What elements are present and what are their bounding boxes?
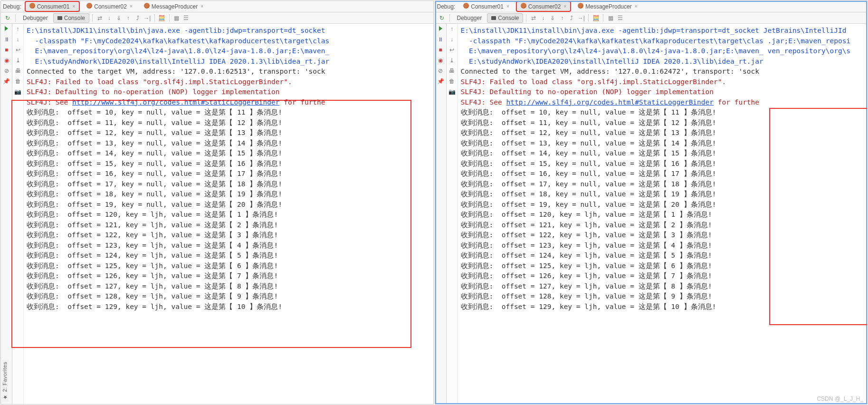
separator: [154, 14, 155, 22]
stop-icon[interactable]: ■: [5, 47, 8, 53]
separator: [588, 14, 589, 22]
soft-wrap-icon[interactable]: ↩: [16, 47, 20, 53]
close-icon[interactable]: ×: [72, 4, 75, 9]
pause-icon[interactable]: ⏸: [4, 36, 10, 43]
step-over-icon[interactable]: ⇄: [95, 15, 104, 21]
close-icon[interactable]: ×: [635, 4, 638, 9]
print-icon[interactable]: 🖶: [15, 68, 21, 74]
console-message-line: 收到消息: offset = 121, key = ljh, value = 这…: [461, 220, 865, 231]
console-toolbar: ↑ ↓ ↩ ⤓ 🖶 🗑 📷: [12, 24, 24, 404]
split-layout: Debug: Consumer01 × Consumer02 × Message…: [0, 0, 868, 405]
step-into-icon[interactable]: ↓: [539, 15, 547, 21]
view-breakpoints-icon[interactable]: ◉: [438, 57, 443, 64]
console-tab-button[interactable]: Console: [53, 13, 89, 23]
scroll-to-end-icon[interactable]: ⤓: [16, 57, 20, 64]
console-output[interactable]: E:\install\JDK11\install\bin\java.exe -a…: [458, 24, 868, 404]
camera-icon[interactable]: 📷: [448, 88, 456, 95]
pin-icon[interactable]: 📌: [437, 78, 444, 85]
soft-wrap-icon[interactable]: ↩: [449, 47, 454, 53]
separator: [92, 14, 93, 22]
mute-breakpoints-icon[interactable]: ⊘: [4, 68, 9, 74]
resume-icon[interactable]: [5, 26, 8, 32]
step-into-icon[interactable]: ↓: [105, 15, 114, 21]
pin-icon[interactable]: 📌: [3, 78, 10, 85]
debug-tab-consumer01[interactable]: Consumer01 ×: [25, 1, 80, 11]
debug-label: Debug:: [437, 3, 456, 10]
step-over-icon[interactable]: ⇄: [529, 15, 538, 21]
console-message-line: 收到消息: offset = 15, key = null, value = 这…: [461, 159, 865, 169]
force-step-into-icon[interactable]: ⇓: [114, 15, 123, 21]
rerun-button[interactable]: ↻: [437, 15, 447, 21]
run-to-cursor-icon[interactable]: →|: [143, 15, 152, 21]
debug-tab-messageproducer[interactable]: MessageProducer ×: [573, 1, 641, 11]
console-message-line: 收到消息: offset = 17, key = null, value = 这…: [27, 179, 430, 190]
debug-toolbar: ⏸ ■ ◉ ⊘ 📌: [1, 24, 12, 404]
console-icon: [491, 16, 496, 20]
debug-tabs-bar: Debug: Consumer01 × Consumer02 × Message…: [1, 1, 433, 12]
drop-frame-icon[interactable]: ⤴: [134, 15, 142, 21]
scroll-down-icon[interactable]: ↓: [17, 36, 19, 43]
stop-icon[interactable]: ■: [439, 47, 442, 53]
scroll-up-icon[interactable]: ↑: [17, 26, 19, 32]
step-out-icon[interactable]: ↑: [558, 15, 566, 21]
debug-pane-left: Debug: Consumer01 × Consumer02 × Message…: [0, 0, 434, 405]
debugger-tab-button[interactable]: Debugger: [453, 13, 486, 23]
separator: [449, 14, 450, 22]
console-message-line: 收到消息: offset = 125, key = ljh, value = 这…: [461, 261, 865, 271]
step-out-icon[interactable]: ↑: [124, 15, 133, 21]
resume-icon[interactable]: [439, 26, 442, 32]
console-message-line: 收到消息: offset = 128, key = ljh, value = 这…: [461, 291, 865, 302]
settings-icon[interactable]: ☰: [182, 15, 191, 21]
evaluate-expression-icon[interactable]: 🧮: [158, 15, 166, 21]
console-icon: [57, 16, 62, 20]
settings-icon[interactable]: ☰: [616, 15, 624, 21]
console-message-line: 收到消息: offset = 125, key = ljh, value = 这…: [27, 261, 430, 271]
debug-tab-consumer01[interactable]: Consumer01 ×: [459, 1, 514, 11]
scroll-to-end-icon[interactable]: ⤓: [449, 57, 454, 64]
close-icon[interactable]: ×: [130, 4, 133, 9]
mute-breakpoints-icon[interactable]: ⊘: [438, 68, 443, 74]
favorites-toolwindow-button[interactable]: ★ 2: Favorites: [0, 360, 9, 402]
drop-frame-icon[interactable]: ⤴: [567, 15, 576, 21]
console-tab-button[interactable]: Console: [487, 13, 523, 23]
console-message-line: 收到消息: offset = 129, key = ljh, value = 这…: [27, 302, 430, 312]
scroll-down-icon[interactable]: ↓: [450, 36, 453, 43]
print-icon[interactable]: 🖶: [449, 68, 455, 74]
console-message-line: 收到消息: offset = 11, key = null, value = 这…: [461, 118, 865, 128]
layout-icon[interactable]: ▦: [606, 15, 615, 21]
console-output[interactable]: E:\install\JDK11\install\bin\java.exe -a…: [24, 24, 433, 404]
view-breakpoints-icon[interactable]: ◉: [4, 57, 9, 64]
layout-icon[interactable]: ▦: [172, 15, 181, 21]
console-message-line: 收到消息: offset = 18, key = null, value = 这…: [461, 189, 865, 200]
camera-icon[interactable]: 📷: [14, 88, 21, 95]
console-message-line: 收到消息: offset = 14, key = null, value = 这…: [27, 148, 430, 159]
console-message-line: 收到消息: offset = 18, key = null, value = 这…: [27, 189, 430, 200]
console-message-line: 收到消息: offset = 15, key = null, value = 这…: [27, 159, 430, 169]
pane-body: ⏸ ■ ◉ ⊘ 📌 ↑ ↓ ↩ ⤓ 🖶 🗑 📷 E:\install\JDK11…: [1, 24, 433, 404]
debug-tab-consumer02[interactable]: Consumer02 ×: [82, 1, 137, 11]
console-message-line: 收到消息: offset = 12, key = null, value = 这…: [461, 128, 865, 138]
separator: [603, 14, 603, 22]
separator: [15, 14, 16, 22]
rerun-button[interactable]: ↻: [3, 15, 12, 21]
pause-icon[interactable]: ⏸: [438, 36, 443, 43]
console-message-line: 收到消息: offset = 12, key = null, value = 这…: [27, 128, 430, 138]
debug-pane-right: Debug: Consumer01 × Consumer02 × Message…: [435, 0, 868, 405]
scroll-up-icon[interactable]: ↑: [450, 26, 453, 32]
java-icon: [463, 3, 469, 10]
debug-tab-consumer02[interactable]: Consumer02 ×: [516, 1, 571, 11]
console-message-line: 收到消息: offset = 123, key = ljh, value = 这…: [27, 241, 430, 251]
debugger-tab-button[interactable]: Debugger: [19, 13, 52, 23]
close-icon[interactable]: ×: [200, 4, 203, 9]
run-to-cursor-icon[interactable]: →|: [577, 15, 585, 21]
force-step-into-icon[interactable]: ⇓: [548, 15, 557, 21]
console-message-line: 收到消息: offset = 17, key = null, value = 这…: [461, 179, 865, 190]
close-icon[interactable]: ×: [506, 4, 509, 9]
close-icon[interactable]: ×: [563, 4, 566, 9]
debug-tab-messageproducer[interactable]: MessageProducer ×: [140, 1, 208, 11]
evaluate-expression-icon[interactable]: 🧮: [591, 15, 600, 21]
clear-icon[interactable]: 🗑: [449, 78, 455, 85]
console-message-line: 收到消息: offset = 124, key = ljh, value = 这…: [461, 251, 865, 261]
debug-tabs-bar: Debug: Consumer01 × Consumer02 × Message…: [435, 1, 868, 12]
clear-icon[interactable]: 🗑: [15, 78, 21, 85]
